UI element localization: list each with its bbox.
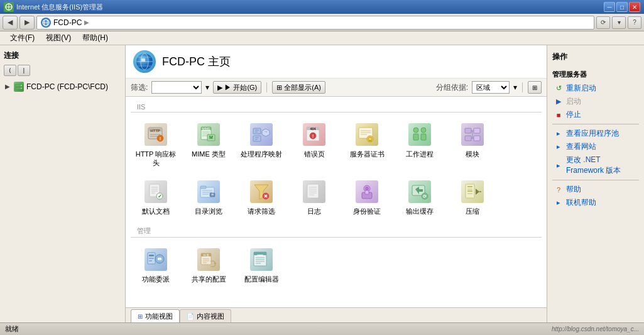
- svg-text:M: M: [209, 135, 213, 140]
- icon-config-label: 配置编辑器: [244, 275, 279, 283]
- action-view-app-pools[interactable]: ▸ 查看应用程序池: [551, 127, 640, 140]
- icon-compress[interactable]: 压缩: [447, 175, 498, 220]
- svg-point-9: [21, 88, 22, 89]
- svg-text:≡: ≡: [211, 192, 214, 197]
- icon-default-doc-img: ✓: [143, 179, 168, 204]
- help-button[interactable]: ?: [628, 16, 641, 29]
- icon-feature[interactable]: → 功能委派: [131, 243, 181, 288]
- sidebar-btn-2[interactable]: |: [18, 65, 30, 76]
- icon-default-doc-label: 默认文档: [142, 207, 170, 216]
- icon-compress-img: [460, 179, 485, 204]
- start-button[interactable]: ▶ ▶ 开始(G): [213, 81, 261, 94]
- group-label: 分组依据:: [436, 82, 468, 93]
- close-button[interactable]: ✕: [629, 2, 640, 12]
- menu-view[interactable]: 视图(V): [41, 31, 76, 45]
- menu-file[interactable]: 文件(F): [5, 31, 40, 45]
- icon-handler[interactable]: → 处理程序映射: [236, 118, 287, 172]
- tab-content-view[interactable]: 📄 内容视图: [180, 309, 231, 322]
- icon-handler-label: 处理程序映射: [241, 150, 282, 158]
- svg-text:404: 404: [310, 127, 316, 131]
- svg-rect-71: [200, 186, 206, 189]
- icon-cert[interactable]: 服务器证书: [342, 118, 392, 172]
- back-history-button[interactable]: ▾: [612, 16, 626, 29]
- server-icon: [14, 82, 24, 92]
- action-stop[interactable]: ■ 停止: [551, 108, 640, 121]
- svg-text:共享: 共享: [203, 253, 209, 257]
- icon-dir-browse-img: ≡: [196, 179, 221, 204]
- icons-area: IIS HTTP !: [126, 97, 547, 307]
- menu-help[interactable]: 帮助(H): [77, 31, 113, 45]
- action-help[interactable]: ? 帮助: [551, 183, 640, 196]
- sites-icon: ▸: [554, 142, 564, 152]
- svg-text:→: →: [158, 257, 161, 261]
- svg-rect-59: [474, 136, 480, 141]
- svg-rect-31: [253, 128, 261, 134]
- svg-rect-103: [149, 258, 154, 259]
- action-view-sites[interactable]: ▸ 查看网站: [551, 140, 640, 153]
- start-icon: ▶: [217, 84, 222, 92]
- icon-log[interactable]: 日志: [289, 175, 339, 220]
- svg-point-88: [365, 187, 369, 190]
- group-select[interactable]: 区域: [472, 81, 510, 94]
- back-button[interactable]: ◀: [3, 16, 18, 30]
- icon-mime[interactable]: MIME M MIME 类型: [183, 118, 234, 172]
- icon-shared[interactable]: 共享 共享的配置: [183, 243, 234, 288]
- svg-rect-102: [149, 255, 154, 256]
- status-text: 就绪: [5, 324, 19, 334]
- feature-view-icon: ⊞: [138, 313, 143, 320]
- icon-compress-label: 压缩: [466, 207, 479, 216]
- icon-mime-img: MIME M: [196, 122, 221, 147]
- svg-rect-15: [141, 58, 145, 62]
- icon-error-label: 错误页: [304, 150, 325, 158]
- server-label: FCD-PC (FCD-PC\FCD): [26, 82, 108, 91]
- minimize-button[interactable]: ─: [604, 2, 615, 12]
- icon-config[interactable]: 配置编辑器: [236, 243, 287, 288]
- action-start[interactable]: ▶ 启动: [551, 95, 640, 108]
- icon-worker[interactable]: 工作进程: [395, 118, 445, 172]
- icon-handler-img: →: [249, 122, 274, 147]
- address-bar: ◀ ▶ FCD-PC ▶ ⟳ ▾ ?: [0, 14, 644, 31]
- address-path[interactable]: FCD-PC ▶: [36, 16, 594, 30]
- icon-http[interactable]: HTTP ! HTTP 响应标头: [131, 118, 181, 172]
- svg-text:✓: ✓: [158, 194, 162, 199]
- action-change-dotnet[interactable]: ▸ 更改 .NET Framework 版本: [551, 153, 640, 177]
- icon-dir-browse[interactable]: ≡ 目录浏览: [183, 175, 234, 220]
- iis-icons-grid: HTTP ! HTTP 响应标头: [131, 115, 542, 222]
- icon-req-filter-label: 请求筛选: [248, 207, 275, 216]
- icon-default-doc[interactable]: ✓ 默认文档: [131, 175, 181, 220]
- window-controls[interactable]: ─ □ ✕: [604, 2, 640, 12]
- icon-auth-img: [354, 179, 379, 204]
- forward-button[interactable]: ▶: [19, 16, 35, 30]
- icon-module[interactable]: 模块: [447, 118, 498, 172]
- window-title: Internet 信息服务(IIS)管理器: [16, 3, 604, 12]
- svg-point-8: [21, 85, 22, 86]
- sidebar-header: 连接: [3, 48, 123, 63]
- show-all-button[interactable]: ⊞ 全部显示(A): [272, 81, 325, 94]
- sidebar-item-server[interactable]: ▶ FCD-PC (FCD-PC\FCD): [3, 80, 123, 94]
- icon-worker-img: [407, 122, 432, 147]
- action-online-help[interactable]: ▸ 联机帮助: [551, 196, 640, 209]
- stop-icon: ■: [554, 110, 564, 120]
- view-toggle-button[interactable]: ⊞: [528, 81, 542, 94]
- icon-shared-img: 共享: [196, 247, 221, 272]
- filter-select[interactable]: [151, 81, 202, 94]
- path-segment: FCD-PC: [53, 18, 82, 27]
- refresh-button[interactable]: ⟳: [596, 16, 610, 29]
- icon-http-label: HTTP 响应标头: [134, 150, 178, 168]
- sidebar: 连接 ⟨ | ▶ FCD-PC (FCD-PC\FCD): [0, 45, 126, 322]
- svg-rect-53: [413, 134, 418, 140]
- icon-auth[interactable]: 身份验证: [342, 175, 392, 220]
- main-layout: 连接 ⟨ | ▶ FCD-PC (FCD-PC\FCD): [0, 45, 644, 322]
- maximize-button[interactable]: □: [616, 2, 628, 12]
- tab-feature-view[interactable]: ⊞ 功能视图: [131, 309, 180, 322]
- content-header: FCD-PC 主页: [126, 45, 547, 79]
- icon-req-filter[interactable]: 请求筛选: [236, 175, 287, 220]
- icon-log-img: [302, 179, 327, 204]
- icon-error[interactable]: 404 ! 错误页: [289, 118, 339, 172]
- icon-output[interactable]: ⟳ 输出缓存: [395, 175, 445, 220]
- sidebar-btn-1[interactable]: ⟨: [4, 65, 16, 76]
- icon-output-label: 输出缓存: [406, 207, 434, 216]
- action-restart[interactable]: ↺ 重新启动: [551, 82, 640, 95]
- icon-error-img: 404 !: [302, 122, 327, 147]
- menu-bar: 文件(F) 视图(V) 帮助(H): [0, 31, 644, 45]
